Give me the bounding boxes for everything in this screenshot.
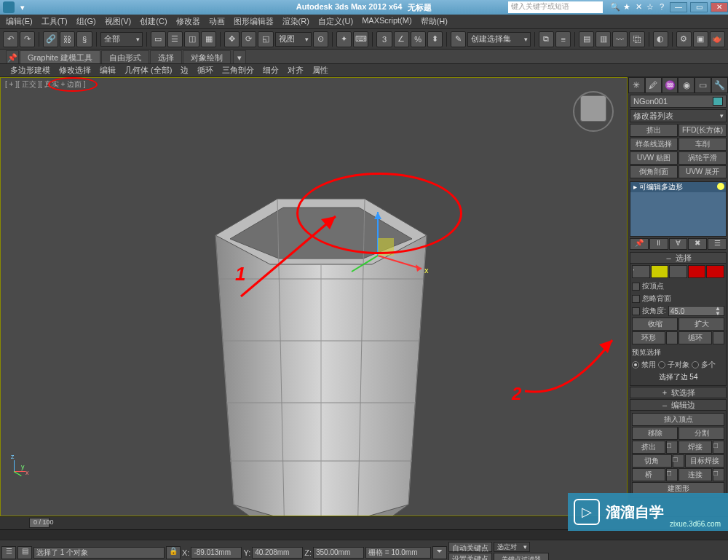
ribbon-sub-polymodel[interactable]: 多边形建模: [6, 64, 55, 76]
material-editor-button[interactable]: ◐: [653, 31, 668, 47]
close-button[interactable]: ✕: [711, 2, 728, 12]
stack-showend-button[interactable]: Ⅱ: [649, 238, 668, 250]
btn-chamfer-opt[interactable]: □: [673, 454, 684, 468]
layer-manager-button[interactable]: ▤: [579, 31, 594, 47]
edit-named-sel-button[interactable]: ✎: [451, 31, 466, 47]
menu-customize[interactable]: 自定义(U): [314, 15, 357, 28]
btn-connect-opt[interactable]: □: [713, 468, 724, 481]
btn-targetweld[interactable]: 目标焊接: [685, 454, 725, 468]
render-production-button[interactable]: 🫖: [710, 31, 725, 47]
maxscript-mini-button[interactable]: ☰: [1, 546, 16, 559]
subobj-vertex[interactable]: ·: [632, 265, 650, 278]
btn-weld[interactable]: 焊接: [678, 441, 712, 454]
app-menu-arrow[interactable]: ▾: [20, 3, 25, 12]
subobj-edge[interactable]: [651, 265, 669, 278]
tab-display[interactable]: ▭: [695, 77, 711, 93]
listener-button[interactable]: ▤: [17, 546, 32, 559]
menu-create[interactable]: 创建(C): [135, 15, 171, 28]
ribbon-sub-tri[interactable]: 三角剖分: [218, 64, 258, 76]
object-name-field[interactable]: NGon001: [630, 95, 727, 108]
radio-multi[interactable]: [692, 361, 699, 368]
window-crossing-button[interactable]: ▦: [201, 31, 216, 47]
select-move-button[interactable]: ✥: [224, 31, 240, 47]
menu-group[interactable]: 组(G): [72, 15, 100, 28]
btn-weld-opt[interactable]: □: [713, 441, 724, 454]
menu-tools[interactable]: 工具(T): [37, 15, 72, 28]
render-setup-button[interactable]: ⚙: [676, 31, 692, 47]
stack-bulb-icon[interactable]: [717, 183, 724, 190]
help-icon[interactable]: ?: [657, 2, 667, 12]
btn-bridge[interactable]: 桥: [632, 468, 665, 481]
ribbon-sub-modsel[interactable]: 修改选择: [55, 64, 95, 76]
subobj-border[interactable]: [669, 265, 687, 278]
radio-subobj[interactable]: [658, 361, 665, 368]
ribbon-tab-freeform[interactable]: 自由形式: [101, 50, 149, 63]
ribbon-sub-loops[interactable]: 循环: [193, 64, 218, 76]
view-cube[interactable]: [573, 91, 614, 132]
subobj-poly[interactable]: [688, 265, 706, 278]
manipulate-button[interactable]: ✦: [336, 31, 352, 47]
btn-connect[interactable]: 连接: [678, 468, 712, 481]
btn-remove[interactable]: 移除: [632, 427, 678, 440]
minimize-button[interactable]: —: [670, 2, 687, 12]
selection-filter-dropdown[interactable]: 全部: [100, 32, 143, 47]
search-go-icon[interactable]: 🔍: [610, 2, 620, 12]
ribbon-tab-paint[interactable]: 对象绘制: [183, 50, 231, 63]
tab-hierarchy[interactable]: ♒: [662, 77, 678, 93]
btn-shrink[interactable]: 收缩: [632, 318, 678, 331]
mod-btn-uvwmap[interactable]: UVW 贴图: [630, 151, 678, 165]
select-rotate-button[interactable]: ⟳: [241, 31, 256, 47]
bind-spacewarp-button[interactable]: §: [76, 31, 92, 47]
ref-coord-dropdown[interactable]: 视图: [275, 32, 312, 47]
subscription-icon[interactable]: ★: [622, 2, 632, 12]
stack-pin-button[interactable]: 📌: [630, 238, 649, 250]
stack-unique-button[interactable]: ∀: [669, 238, 688, 250]
btn-chamfer[interactable]: 切角: [632, 454, 672, 468]
favorite-icon[interactable]: ☆: [645, 2, 655, 12]
menu-edit[interactable]: 编辑(E): [1, 15, 37, 28]
mod-btn-unwrap[interactable]: UVW 展开: [678, 165, 727, 178]
unlink-button[interactable]: ⛓: [60, 31, 75, 47]
stack-item-editpoly[interactable]: ▸ 可编辑多边形: [630, 182, 726, 192]
curve-editor-button[interactable]: 〰: [612, 31, 628, 47]
spinner-angle[interactable]: 45.0▲▼: [668, 306, 724, 316]
maximize-button[interactable]: ▭: [690, 2, 708, 12]
help-search-input[interactable]: 键入关键字或短语: [508, 1, 603, 13]
select-region-button[interactable]: ◫: [184, 31, 199, 47]
keyboard-shortcut-button[interactable]: ⌨: [353, 31, 368, 47]
percent-snap-button[interactable]: %: [411, 31, 426, 47]
stack-remove-button[interactable]: ✖: [688, 238, 707, 250]
stack-configure-button[interactable]: ☰: [708, 238, 727, 250]
menu-animation[interactable]: 动画: [205, 15, 229, 28]
ribbon-expand-icon[interactable]: ▾: [233, 50, 246, 63]
mirror-button[interactable]: ⧉: [539, 31, 554, 47]
rollout-selection-header[interactable]: –选择: [630, 252, 727, 264]
angle-snap-button[interactable]: ∠: [394, 31, 409, 47]
menu-help[interactable]: 帮助(H): [416, 15, 452, 28]
btn-loop-spinner[interactable]: [713, 331, 724, 344]
mod-btn-ffd[interactable]: FFD(长方体): [678, 124, 727, 137]
keymode-dropdown[interactable]: 选定对: [494, 542, 530, 552]
mod-btn-spline[interactable]: 样条线选择: [630, 138, 678, 151]
btn-grow[interactable]: 扩大: [678, 318, 724, 331]
viewport[interactable]: [ + ][ 正交 ][ 真实 + 边面 ] z x y: [0, 77, 628, 516]
mod-btn-bevelprofile[interactable]: 倒角剖面: [630, 165, 678, 178]
mod-btn-turbosmooth[interactable]: 涡轮平滑: [678, 151, 727, 165]
subobj-element[interactable]: [706, 265, 724, 278]
select-by-name-button[interactable]: ☰: [167, 31, 183, 47]
btn-extrude-opt[interactable]: □: [666, 441, 678, 454]
viewport-label[interactable]: [ + ][ 正交 ][ 真实 + 边面 ]: [5, 79, 86, 90]
link-button[interactable]: 🔗: [43, 31, 58, 47]
cb-byvertex[interactable]: [632, 283, 640, 291]
ribbon-pin-icon[interactable]: 📌: [6, 50, 19, 63]
btn-insert-vertex[interactable]: 插入顶点: [632, 413, 724, 426]
menu-maxscript[interactable]: MAXScript(M): [357, 15, 416, 28]
radio-off[interactable]: [632, 361, 639, 368]
coord-z[interactable]: 350.00mm: [313, 547, 364, 559]
coord-y[interactable]: 40.208mm: [252, 547, 303, 559]
keyfilters-button[interactable]: 关键点过滤器: [494, 553, 549, 560]
tab-create[interactable]: ✳: [628, 77, 645, 93]
btn-extrude[interactable]: 挤出: [632, 441, 665, 454]
setkey-button[interactable]: 设置关键点: [448, 553, 492, 560]
spinner-snap-button[interactable]: ⬍: [427, 31, 443, 47]
